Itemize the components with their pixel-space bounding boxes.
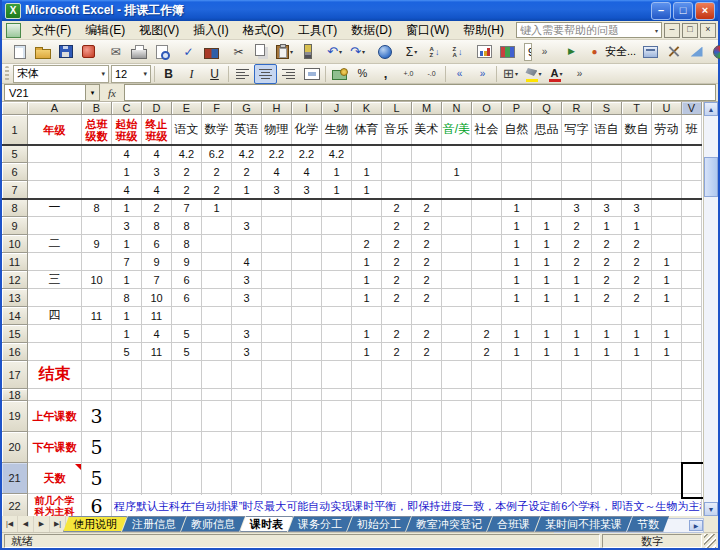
cell-C14[interactable]: 1 <box>112 307 142 325</box>
sheet-tab-节数[interactable]: 节数 <box>627 516 669 532</box>
cell-O13[interactable] <box>472 289 502 307</box>
cell-M16[interactable]: 2 <box>412 343 442 361</box>
cell-N14[interactable] <box>442 307 472 325</box>
workbook-close-button[interactable]: × <box>700 23 716 38</box>
cell-M15[interactable]: 2 <box>412 325 442 343</box>
cell-F5[interactable]: 6.2 <box>202 145 232 163</box>
row-header-15[interactable]: 15 <box>2 325 28 343</box>
cell-S13[interactable]: 2 <box>592 289 622 307</box>
cell-U14[interactable] <box>652 307 682 325</box>
cell-G14[interactable] <box>232 307 262 325</box>
cell-E1[interactable]: 语文 <box>172 115 202 145</box>
cell-F9[interactable] <box>202 217 232 235</box>
cell-F13[interactable] <box>202 289 232 307</box>
italic-icon[interactable]: I <box>180 64 203 84</box>
cell-V15[interactable] <box>682 325 702 343</box>
cell-T9[interactable]: 1 <box>622 217 652 235</box>
cell-D10[interactable]: 6 <box>142 235 172 253</box>
hyperlink-icon[interactable] <box>373 42 396 62</box>
autosum-icon[interactable]: Σ▾ <box>400 42 423 62</box>
select-all-corner[interactable] <box>2 102 28 115</box>
cell-B5[interactable] <box>82 145 112 163</box>
cell-E17[interactable] <box>172 361 202 389</box>
cell-P7[interactable] <box>502 181 532 199</box>
cell-B7[interactable] <box>82 181 112 199</box>
cell-P14[interactable] <box>502 307 532 325</box>
cell-F16[interactable] <box>202 343 232 361</box>
cell-G11[interactable]: 4 <box>232 253 262 271</box>
cell-F1[interactable]: 数学 <box>202 115 232 145</box>
column-header-P[interactable]: P <box>502 102 532 115</box>
cell-N1[interactable]: 音/美 <box>442 115 472 145</box>
column-header-J[interactable]: J <box>322 102 352 115</box>
cell-O6[interactable] <box>472 163 502 181</box>
menu-item-0[interactable]: 文件(F) <box>25 21 78 40</box>
cell-J1[interactable]: 生物 <box>322 115 352 145</box>
column-header-A[interactable]: A <box>28 102 82 115</box>
toolbar-grip[interactable] <box>5 66 9 81</box>
align-right-icon[interactable] <box>277 64 300 84</box>
cell-U19[interactable] <box>652 401 682 432</box>
cell-F14[interactable] <box>202 307 232 325</box>
cell-F20[interactable] <box>202 432 232 463</box>
cell-D16[interactable]: 11 <box>142 343 172 361</box>
cell-A10[interactable]: 二 <box>28 235 82 253</box>
cell-L20[interactable] <box>382 432 412 463</box>
cell-T14[interactable] <box>622 307 652 325</box>
cell-V9[interactable] <box>682 217 702 235</box>
cell-P20[interactable] <box>502 432 532 463</box>
cell-I16[interactable] <box>292 343 322 361</box>
cell-A7[interactable] <box>28 181 82 199</box>
cell-K11[interactable]: 1 <box>352 253 382 271</box>
column-header-O[interactable]: O <box>472 102 502 115</box>
cell-I7[interactable]: 3 <box>292 181 322 199</box>
cell-R10[interactable]: 2 <box>562 235 592 253</box>
cell-J7[interactable]: 1 <box>322 181 352 199</box>
spelling-icon[interactable]: ✓ <box>177 42 200 62</box>
cell-V13[interactable] <box>682 289 702 307</box>
cell-T6[interactable] <box>622 163 652 181</box>
cell-O8[interactable] <box>472 199 502 217</box>
cell-Q13[interactable]: 1 <box>532 289 562 307</box>
cell-H20[interactable] <box>262 432 292 463</box>
cell-L7[interactable] <box>382 181 412 199</box>
cell-V19[interactable] <box>682 401 702 432</box>
row-header-1[interactable]: 1 <box>2 115 28 145</box>
cell-K5[interactable] <box>352 145 382 163</box>
cell-G21[interactable] <box>232 463 262 494</box>
cell-B19[interactable]: 3 <box>82 401 112 432</box>
increase-decimal-icon[interactable]: +.0 <box>397 64 420 84</box>
sort-ascending-icon[interactable]: AZ↓ <box>423 42 446 62</box>
cell-L14[interactable] <box>382 307 412 325</box>
cell-Q9[interactable]: 1 <box>532 217 562 235</box>
cell-M10[interactable]: 2 <box>412 235 442 253</box>
cell-Q12[interactable]: 1 <box>532 271 562 289</box>
cell-E11[interactable]: 9 <box>172 253 202 271</box>
row-header-16[interactable]: 16 <box>2 343 28 361</box>
column-header-M[interactable]: M <box>412 102 442 115</box>
cell-V8[interactable] <box>682 199 702 217</box>
cell-A11[interactable] <box>28 253 82 271</box>
cell-V16[interactable] <box>682 343 702 361</box>
cell-D20[interactable] <box>142 432 172 463</box>
cell-H9[interactable] <box>262 217 292 235</box>
cell-L13[interactable]: 2 <box>382 289 412 307</box>
column-header-G[interactable]: G <box>232 102 262 115</box>
sort-descending-icon[interactable]: ZA↓ <box>446 42 469 62</box>
cell-N7[interactable] <box>442 181 472 199</box>
cell-E12[interactable]: 6 <box>172 271 202 289</box>
cell-T21[interactable] <box>622 463 652 494</box>
cell-Q11[interactable]: 1 <box>532 253 562 271</box>
cell-N9[interactable] <box>442 217 472 235</box>
cell-G7[interactable]: 1 <box>232 181 262 199</box>
sheet-tab-教师信息[interactable]: 教师信息 <box>181 516 245 532</box>
cell-B13[interactable] <box>82 289 112 307</box>
cell-F12[interactable] <box>202 271 232 289</box>
cell-L5[interactable] <box>382 145 412 163</box>
cell-S20[interactable] <box>592 432 622 463</box>
cell-K12[interactable]: 1 <box>352 271 382 289</box>
cell-H13[interactable] <box>262 289 292 307</box>
align-center-icon[interactable] <box>254 64 277 84</box>
cell-Q19[interactable] <box>532 401 562 432</box>
new-icon[interactable] <box>8 42 31 62</box>
